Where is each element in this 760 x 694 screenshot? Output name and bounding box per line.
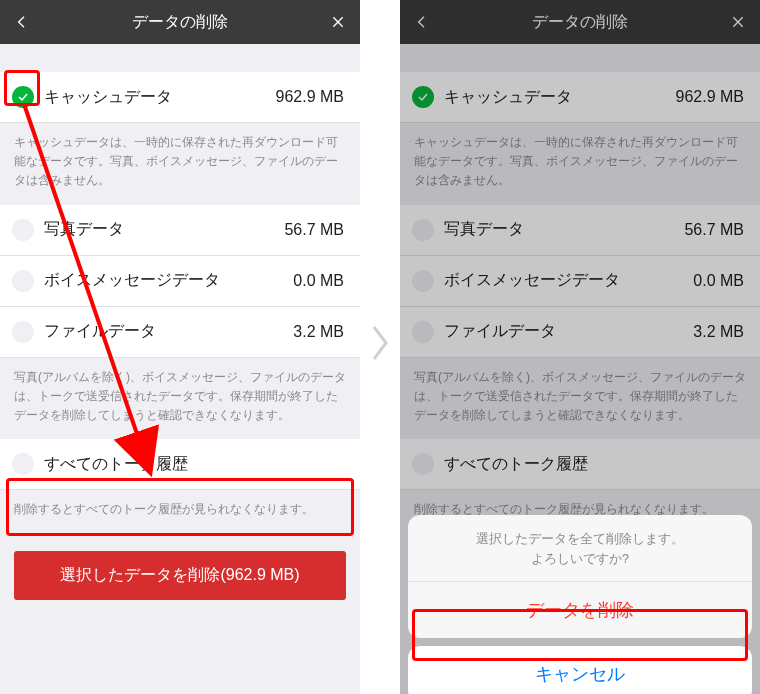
row-label: ボイスメッセージデータ	[444, 270, 683, 291]
row-size: 962.9 MB	[676, 88, 744, 106]
row-voice[interactable]: ボイスメッセージデータ 0.0 MB	[0, 256, 360, 307]
desc-media: 写真(アルバムを除く)、ボイスメッセージ、ファイルのデータは、トークで送受信され…	[400, 358, 760, 440]
confirm-delete-button[interactable]: データを削除	[408, 582, 752, 638]
checkbox-icon[interactable]	[12, 270, 34, 292]
row-cache[interactable]: キャッシュデータ 962.9 MB	[0, 72, 360, 123]
row-size: 3.2 MB	[693, 323, 744, 341]
row-size: 56.7 MB	[284, 221, 344, 239]
back-icon[interactable]	[12, 14, 32, 30]
row-size: 0.0 MB	[693, 272, 744, 290]
row-size: 3.2 MB	[293, 323, 344, 341]
desc-cache: キャッシュデータは、一時的に保存された再ダウンロード可能なデータです。写真、ボイ…	[0, 123, 360, 205]
row-label: キャッシュデータ	[444, 87, 666, 108]
checkbox-icon[interactable]	[12, 321, 34, 343]
row-history[interactable]: すべてのトーク履歴	[0, 439, 360, 490]
row-label: すべてのトーク履歴	[44, 454, 344, 475]
navbar-title: データの削除	[432, 12, 728, 33]
delete-selected-button[interactable]: 選択したデータを削除(962.9 MB)	[14, 551, 346, 600]
phone-screen-right: データの削除 キャッシュデータ 962.9 MB キャッシュデータは、一時的に保…	[400, 0, 760, 694]
back-icon[interactable]	[412, 14, 432, 30]
checkbox-icon[interactable]	[12, 453, 34, 475]
checkbox-icon[interactable]	[412, 270, 434, 292]
checkbox-icon[interactable]	[12, 219, 34, 241]
desc-history: 削除するとすべてのトーク履歴が見られなくなります。	[0, 490, 360, 533]
row-size: 962.9 MB	[276, 88, 344, 106]
action-sheet: 選択したデータを全て削除します。 よろしいですか? データを削除 キャンセル	[408, 515, 752, 694]
checkmark-icon[interactable]	[12, 86, 34, 108]
row-file[interactable]: ファイルデータ 3.2 MB	[400, 307, 760, 358]
sheet-message: 選択したデータを全て削除します。 よろしいですか?	[408, 515, 752, 582]
row-history[interactable]: すべてのトーク履歴	[400, 439, 760, 490]
row-photo[interactable]: 写真データ 56.7 MB	[400, 205, 760, 256]
desc-media: 写真(アルバムを除く)、ボイスメッセージ、ファイルのデータは、トークで送受信され…	[0, 358, 360, 440]
chevron-right-icon	[364, 318, 396, 368]
cancel-button[interactable]: キャンセル	[408, 646, 752, 694]
close-icon[interactable]	[728, 14, 748, 30]
row-size: 56.7 MB	[684, 221, 744, 239]
row-label: ボイスメッセージデータ	[44, 270, 283, 291]
checkmark-icon[interactable]	[412, 86, 434, 108]
row-photo[interactable]: 写真データ 56.7 MB	[0, 205, 360, 256]
row-size: 0.0 MB	[293, 272, 344, 290]
row-label: ファイルデータ	[444, 321, 683, 342]
checkbox-icon[interactable]	[412, 453, 434, 475]
row-voice[interactable]: ボイスメッセージデータ 0.0 MB	[400, 256, 760, 307]
close-icon[interactable]	[328, 14, 348, 30]
checkbox-icon[interactable]	[412, 321, 434, 343]
row-label: すべてのトーク履歴	[444, 454, 744, 475]
desc-cache: キャッシュデータは、一時的に保存された再ダウンロード可能なデータです。写真、ボイ…	[400, 123, 760, 205]
navbar: データの削除	[0, 0, 360, 44]
row-label: ファイルデータ	[44, 321, 283, 342]
row-file[interactable]: ファイルデータ 3.2 MB	[0, 307, 360, 358]
checkbox-icon[interactable]	[412, 219, 434, 241]
phone-screen-left: データの削除 キャッシュデータ 962.9 MB キャッシュデータは、一時的に保…	[0, 0, 360, 694]
row-label: 写真データ	[44, 219, 274, 240]
navbar: データの削除	[400, 0, 760, 44]
row-cache[interactable]: キャッシュデータ 962.9 MB	[400, 72, 760, 123]
navbar-title: データの削除	[32, 12, 328, 33]
row-label: キャッシュデータ	[44, 87, 266, 108]
row-label: 写真データ	[444, 219, 674, 240]
